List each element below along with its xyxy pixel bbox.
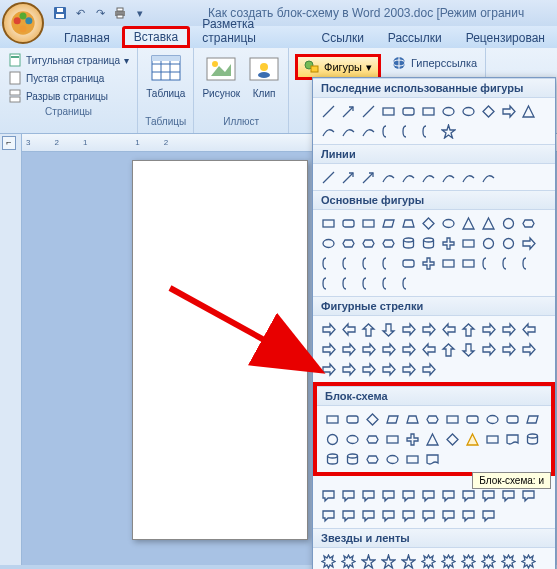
shape-item[interactable] bbox=[359, 340, 377, 358]
shape-item[interactable] bbox=[459, 552, 477, 569]
shape-item[interactable] bbox=[459, 168, 477, 186]
shape-item[interactable] bbox=[419, 234, 437, 252]
shape-item[interactable] bbox=[439, 254, 457, 272]
shape-item[interactable] bbox=[443, 410, 461, 428]
shape-item[interactable] bbox=[319, 254, 337, 272]
redo-icon[interactable]: ↷ bbox=[92, 5, 108, 21]
selection-mode-icon[interactable]: ⌐ bbox=[2, 136, 16, 150]
shape-item[interactable] bbox=[439, 552, 457, 569]
shape-item[interactable] bbox=[399, 234, 417, 252]
shape-item[interactable] bbox=[359, 486, 377, 504]
shape-item[interactable] bbox=[339, 274, 357, 292]
shape-item[interactable] bbox=[439, 122, 457, 140]
shape-item[interactable] bbox=[339, 234, 357, 252]
shape-item[interactable] bbox=[379, 102, 397, 120]
shape-item[interactable] bbox=[399, 552, 417, 569]
shape-item[interactable] bbox=[339, 168, 357, 186]
shape-item[interactable] bbox=[379, 234, 397, 252]
shape-item[interactable] bbox=[459, 340, 477, 358]
shape-item[interactable] bbox=[379, 274, 397, 292]
hyperlink-button[interactable]: Гиперссылка bbox=[389, 54, 479, 72]
shape-item[interactable] bbox=[319, 340, 337, 358]
shape-item[interactable] bbox=[379, 506, 397, 524]
shape-item[interactable] bbox=[423, 450, 441, 468]
tab-home[interactable]: Главная bbox=[52, 28, 122, 48]
shape-item[interactable] bbox=[319, 486, 337, 504]
shape-item[interactable] bbox=[419, 340, 437, 358]
shape-item[interactable] bbox=[399, 102, 417, 120]
shape-item[interactable] bbox=[463, 430, 481, 448]
print-icon[interactable] bbox=[112, 5, 128, 21]
clip-button[interactable]: Клип bbox=[246, 52, 282, 114]
shape-item[interactable] bbox=[339, 506, 357, 524]
shape-item[interactable] bbox=[503, 430, 521, 448]
shape-item[interactable] bbox=[499, 254, 517, 272]
shape-item[interactable] bbox=[359, 552, 377, 569]
shape-item[interactable] bbox=[399, 486, 417, 504]
shape-item[interactable] bbox=[419, 254, 437, 272]
shape-item[interactable] bbox=[459, 234, 477, 252]
document-page[interactable] bbox=[132, 160, 308, 540]
shape-item[interactable] bbox=[379, 360, 397, 378]
shape-item[interactable] bbox=[419, 122, 437, 140]
shape-item[interactable] bbox=[519, 340, 537, 358]
shape-item[interactable] bbox=[519, 320, 537, 338]
shape-item[interactable] bbox=[419, 168, 437, 186]
shape-item[interactable] bbox=[439, 102, 457, 120]
shape-item[interactable] bbox=[343, 430, 361, 448]
shape-item[interactable] bbox=[359, 506, 377, 524]
shape-item[interactable] bbox=[439, 486, 457, 504]
title-page-button[interactable]: Титульная страница ▾ bbox=[6, 52, 131, 68]
picture-button[interactable]: Рисунок bbox=[200, 52, 242, 114]
shape-item[interactable] bbox=[439, 234, 457, 252]
shape-item[interactable] bbox=[519, 254, 537, 272]
shape-item[interactable] bbox=[399, 340, 417, 358]
shape-item[interactable] bbox=[379, 254, 397, 272]
shape-item[interactable] bbox=[419, 486, 437, 504]
shape-item[interactable] bbox=[343, 410, 361, 428]
shape-item[interactable] bbox=[323, 410, 341, 428]
shape-item[interactable] bbox=[319, 122, 337, 140]
shape-item[interactable] bbox=[523, 410, 541, 428]
shape-item[interactable] bbox=[479, 506, 497, 524]
shape-item[interactable] bbox=[363, 430, 381, 448]
shape-item[interactable] bbox=[523, 430, 541, 448]
shape-item[interactable] bbox=[399, 122, 417, 140]
shape-item[interactable] bbox=[519, 214, 537, 232]
shape-item[interactable] bbox=[399, 320, 417, 338]
shape-item[interactable] bbox=[363, 410, 381, 428]
shape-item[interactable] bbox=[499, 320, 517, 338]
shape-item[interactable] bbox=[419, 102, 437, 120]
shape-item[interactable] bbox=[459, 254, 477, 272]
shape-item[interactable] bbox=[359, 102, 377, 120]
table-button[interactable]: Таблица bbox=[144, 52, 187, 114]
shape-item[interactable] bbox=[419, 552, 437, 569]
shape-item[interactable] bbox=[399, 214, 417, 232]
undo-icon[interactable]: ↶ bbox=[72, 5, 88, 21]
page-break-button[interactable]: Разрыв страницы bbox=[6, 88, 131, 104]
shape-item[interactable] bbox=[519, 102, 537, 120]
shape-item[interactable] bbox=[419, 214, 437, 232]
shape-item[interactable] bbox=[359, 254, 377, 272]
shape-item[interactable] bbox=[383, 450, 401, 468]
shape-item[interactable] bbox=[503, 410, 521, 428]
shape-item[interactable] bbox=[359, 320, 377, 338]
shape-item[interactable] bbox=[423, 410, 441, 428]
tab-insert[interactable]: Вставка bbox=[122, 26, 191, 48]
shape-item[interactable] bbox=[339, 320, 357, 338]
shape-item[interactable] bbox=[479, 552, 497, 569]
shape-item[interactable] bbox=[459, 102, 477, 120]
shape-item[interactable] bbox=[363, 450, 381, 468]
shape-item[interactable] bbox=[479, 254, 497, 272]
shape-item[interactable] bbox=[339, 340, 357, 358]
qat-dropdown-icon[interactable]: ▾ bbox=[132, 5, 148, 21]
shape-item[interactable] bbox=[319, 102, 337, 120]
shape-item[interactable] bbox=[379, 486, 397, 504]
tab-layout[interactable]: Разметка страницы bbox=[190, 14, 309, 48]
shape-item[interactable] bbox=[323, 450, 341, 468]
shape-item[interactable] bbox=[439, 340, 457, 358]
shape-item[interactable] bbox=[479, 168, 497, 186]
shape-item[interactable] bbox=[319, 214, 337, 232]
shape-item[interactable] bbox=[403, 410, 421, 428]
shape-item[interactable] bbox=[483, 410, 501, 428]
